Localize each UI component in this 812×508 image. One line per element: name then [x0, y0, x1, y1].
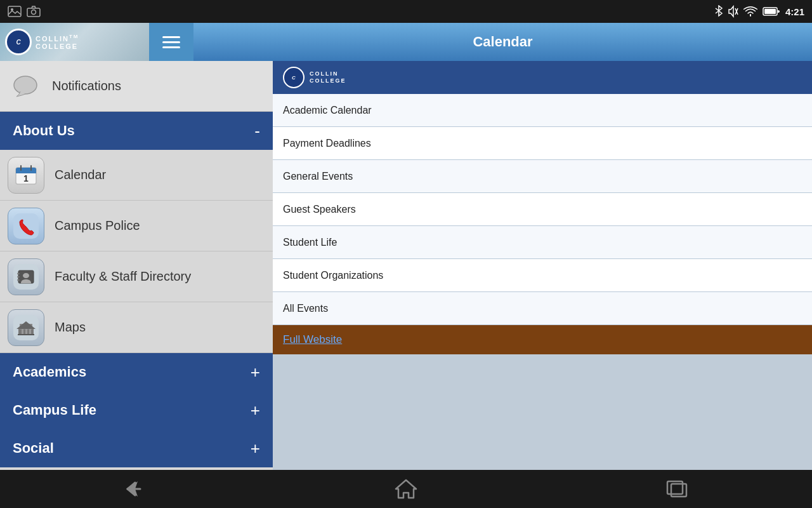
about-us-title: About Us — [13, 123, 75, 139]
content-area: C COLLIN COLLEGE Academic Calendar Payme… — [273, 61, 812, 483]
payment-deadlines-label: Payment Deadlines — [283, 138, 371, 149]
sidebar: Notifications About Us - 1 Calendar — [0, 61, 273, 483]
svg-point-8 — [14, 76, 37, 94]
faculty-directory-label: Faculty & Staff Directory — [55, 269, 191, 284]
collin-text-block: COLLINTM COLLEGE — [36, 34, 79, 50]
maps-label: Maps — [55, 320, 86, 335]
home-button[interactable] — [381, 474, 431, 504]
sidebar-section-academics[interactable]: Academics + — [0, 353, 273, 391]
status-bar-right: 4:21 — [714, 5, 804, 18]
svg-rect-26 — [29, 329, 31, 334]
hamburger-icon — [162, 36, 180, 48]
bottom-nav — [0, 470, 812, 508]
sidebar-item-calendar[interactable]: 1 Calendar — [0, 150, 273, 201]
nav-title: Calendar — [193, 34, 812, 50]
svg-marker-29 — [396, 480, 416, 498]
mute-icon — [728, 5, 738, 18]
nav-bar: C COLLINTM COLLEGE Calendar — [0, 23, 812, 61]
calendar-item-payment[interactable]: Payment Deadlines — [273, 127, 812, 160]
calendar-item-academic[interactable]: Academic Calendar — [273, 94, 812, 127]
svg-rect-25 — [25, 329, 27, 334]
collin-text-small: COLLIN COLLEGE — [310, 70, 346, 84]
calendar-label: Calendar — [55, 168, 106, 182]
collin-oval-small: C — [283, 67, 304, 88]
svg-rect-24 — [22, 329, 23, 334]
about-us-sign: - — [254, 121, 260, 141]
notifications-icon — [10, 71, 41, 102]
nav-bar-logo: C COLLINTM COLLEGE — [0, 23, 149, 61]
student-life-label: Student Life — [283, 237, 337, 248]
campus-life-sign: + — [251, 401, 260, 420]
academic-calendar-label: Academic Calendar — [283, 105, 372, 116]
social-title: Social — [13, 440, 54, 457]
notifications-label: Notifications — [52, 79, 121, 93]
phone-icon — [8, 208, 44, 244]
general-events-label: General Events — [283, 171, 353, 182]
battery-icon — [763, 6, 780, 17]
collin-text-small-bottom: COLLEGE — [310, 77, 346, 84]
svg-rect-15 — [13, 213, 39, 239]
calendar-icon: 1 — [8, 157, 44, 194]
calendar-item-speakers[interactable]: Guest Speakers — [273, 193, 812, 226]
sidebar-item-campus-police[interactable]: Campus Police — [0, 201, 273, 251]
social-sign: + — [251, 439, 260, 458]
collin-oval-large: C — [5, 29, 32, 55]
svg-rect-18 — [17, 273, 20, 274]
full-website-bar[interactable]: Full Website — [273, 325, 812, 354]
collin-text-bottom: COLLEGE — [36, 43, 79, 50]
sidebar-item-faculty-directory[interactable]: Faculty & Staff Directory — [0, 251, 273, 302]
academics-title: Academics — [13, 364, 86, 380]
status-bar: 4:21 — [0, 0, 812, 23]
sidebar-item-maps[interactable]: Maps — [0, 302, 273, 353]
main-layout: Notifications About Us - 1 Calendar — [0, 61, 812, 483]
content-logo: C COLLIN COLLEGE — [283, 67, 346, 88]
svg-rect-28 — [18, 334, 34, 335]
academics-sign: + — [251, 363, 260, 382]
all-events-label: All Events — [283, 303, 328, 314]
guest-speakers-label: Guest Speakers — [283, 204, 356, 215]
campus-police-label: Campus Police — [55, 218, 140, 233]
sidebar-section-social[interactable]: Social + — [0, 429, 273, 467]
svg-rect-0 — [8, 6, 21, 17]
collin-logo-sidebar: C COLLINTM COLLEGE — [5, 29, 79, 55]
sidebar-section-about-us[interactable]: About Us - — [0, 112, 273, 150]
recents-icon — [665, 479, 689, 499]
svg-rect-20 — [17, 279, 20, 281]
campus-life-title: Campus Life — [13, 402, 96, 418]
menu-button[interactable] — [149, 23, 193, 61]
svg-rect-19 — [17, 276, 20, 277]
directory-icon — [8, 258, 44, 295]
content-rest — [273, 354, 812, 483]
calendar-item-student-life[interactable]: Student Life — [273, 226, 812, 259]
recents-button[interactable] — [652, 474, 702, 504]
calendar-item-organizations[interactable]: Student Organizations — [273, 259, 812, 292]
calendar-item-general[interactable]: General Events — [273, 160, 812, 193]
sidebar-section-campus-life[interactable]: Campus Life + — [0, 391, 273, 429]
content-header: C COLLIN COLLEGE — [273, 61, 812, 94]
back-button[interactable] — [110, 474, 160, 504]
calendar-item-all-events[interactable]: All Events — [273, 292, 812, 325]
status-bar-left — [8, 6, 41, 17]
home-icon — [395, 479, 417, 499]
camera-icon — [27, 6, 41, 17]
svg-rect-7 — [764, 9, 776, 14]
bluetooth-icon — [714, 5, 723, 18]
collin-text-small-top: COLLIN — [310, 70, 346, 77]
student-organizations-label: Student Organizations — [283, 270, 383, 281]
collin-text-top: COLLINTM — [36, 34, 79, 43]
back-icon — [122, 479, 148, 499]
calendar-list: Academic Calendar Payment Deadlines Gene… — [273, 94, 812, 325]
svg-point-3 — [32, 10, 36, 15]
full-website-link[interactable]: Full Website — [283, 333, 342, 346]
image-icon — [8, 6, 22, 17]
svg-text:1: 1 — [23, 173, 29, 184]
status-time: 4:21 — [785, 6, 804, 17]
sidebar-item-notifications[interactable]: Notifications — [0, 61, 273, 112]
maps-icon — [8, 309, 44, 346]
wifi-icon — [743, 6, 757, 17]
